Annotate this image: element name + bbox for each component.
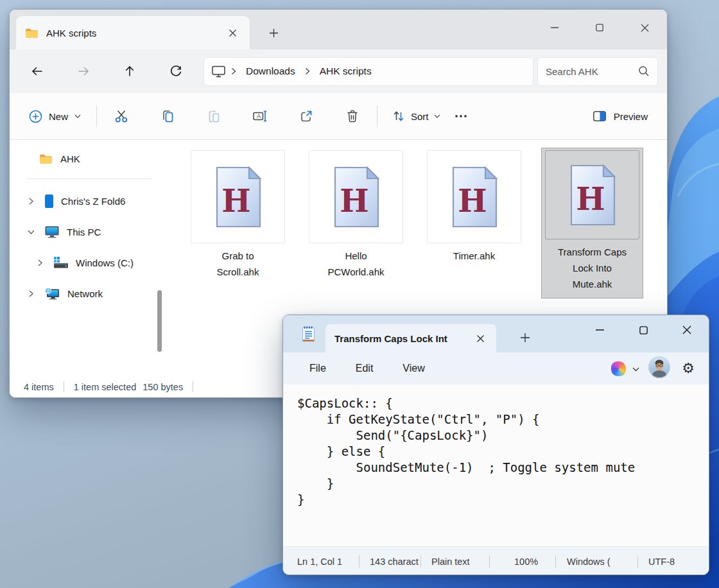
chevron-right-icon [231,67,236,75]
notepad-title-bar: Transform Caps Lock Int [283,315,709,352]
sidebar-item-this-pc[interactable]: This PC [10,216,165,247]
notepad-status-bar: Ln 1, Col 1 143 charact Plain text 100% … [283,546,709,575]
sidebar-item-network[interactable]: Network [10,278,165,309]
see-more-icon[interactable] [447,102,475,130]
explorer-sidebar: AHK Chris's Z Fold6 This PC [10,140,165,375]
code-line: } [297,476,704,492]
menu-bar-right: ⚙ [611,356,695,381]
status-divider [193,381,193,392]
item-count: 4 items [24,382,54,392]
file-name: Transform Caps Lock Into Mute.ahk [557,244,628,292]
back-icon[interactable] [19,57,56,85]
breadcrumb-item-downloads[interactable]: Downloads [242,64,299,79]
chevron-right-icon [305,67,310,75]
notepad-menu-bar: File Edit View ⚙ [283,352,709,385]
copy-icon[interactable] [151,102,184,130]
cut-icon[interactable] [105,102,138,130]
chevron-right-icon[interactable] [26,290,35,297]
search-input[interactable] [546,66,638,77]
minimize-button[interactable] [532,10,577,46]
folder-icon [39,153,52,164]
menu-edit[interactable]: Edit [346,358,383,379]
user-avatar[interactable] [648,356,670,381]
plus-circle-icon [29,110,42,123]
delete-icon[interactable] [336,102,369,130]
refresh-icon[interactable] [157,57,195,85]
sidebar-item-ahk[interactable]: AHK [10,148,165,169]
sidebar-scrollbar[interactable] [157,290,162,352]
maximize-button[interactable] [621,315,665,345]
file-icon-box: H [427,150,521,243]
file-tile-timer[interactable]: H Timer.ahk [427,150,521,264]
search-icon [638,65,650,77]
sidebar-item-windows-c[interactable]: Windows (C:) [10,247,165,278]
document-format: Plain text [421,557,489,567]
notepad-app-icon [300,325,317,345]
rename-icon[interactable]: A [243,102,277,130]
monitor-icon [45,226,59,238]
svg-text:H: H [576,181,605,217]
paste-icon[interactable] [197,102,230,130]
chevron-down-icon[interactable] [632,363,639,374]
new-button-label: New [49,111,68,122]
minimize-button[interactable] [578,315,621,345]
ahk-file-icon: H [213,166,263,228]
toolbar-divider [377,105,377,127]
sort-button-label: Sort [411,111,429,122]
preview-button-label: Preview [614,111,648,122]
sidebar-item-label: This PC [67,227,101,238]
file-tile-grab-to-scroll[interactable]: H Grab to Scroll.ahk [191,150,285,280]
sidebar-item-phone[interactable]: Chris's Z Fold6 [10,186,165,216]
notepad-window-controls [578,315,709,345]
copilot-icon[interactable] [611,361,626,376]
chevron-right-icon[interactable] [26,198,35,205]
new-button[interactable]: New [21,105,89,128]
close-button[interactable] [665,315,709,345]
network-icon [45,288,60,300]
preview-button[interactable]: Preview [584,104,655,128]
chevron-down-icon[interactable] [26,230,35,234]
code-line: Send("{CapsLock}") [297,428,704,444]
sidebar-item-label: Network [67,288,103,299]
sidebar-divider [26,178,151,179]
tab-close-icon[interactable] [224,24,241,41]
file-tile-transform-caps-lock[interactable]: H Transform Caps Lock Into Mute.ahk [542,148,643,298]
folder-icon [25,28,38,39]
notepad-tab[interactable]: Transform Caps Lock Int [325,324,496,352]
new-tab-button[interactable] [264,23,283,42]
code-line: if GetKeyState("Ctrl", "P") { [297,411,704,428]
line-ending: Windows ( [556,557,637,567]
sort-button[interactable]: Sort [385,104,447,128]
ahk-file-icon: H [331,166,381,228]
close-button[interactable] [622,10,667,46]
breadcrumb: Downloads AHK scripts [204,57,533,86]
file-name: Hello PCWorld.ahk [320,248,392,280]
share-icon[interactable] [290,102,323,130]
status-divider [64,381,64,392]
this-pc-monitor-icon[interactable] [212,65,225,78]
search-box [537,57,658,86]
tab-close-icon[interactable] [472,331,489,347]
character-count: 143 charact [360,557,420,567]
forward-icon[interactable] [65,57,102,85]
explorer-tab[interactable]: AHK scripts [16,16,250,49]
maximize-button[interactable] [577,10,622,46]
sidebar-item-label: Chris's Z Fold6 [61,196,125,207]
notepad-editor[interactable]: $CapsLock:: { if GetKeyState("Ctrl", "P"… [283,385,709,546]
svg-text:H: H [340,183,368,219]
code-line: SoundSetMute(-1) ; Toggle system mute [297,460,704,476]
file-icon-box: H [545,150,639,239]
menu-view[interactable]: View [393,358,434,379]
notepad-window: Transform Caps Lock Int File Edit View [282,315,709,575]
notepad-tab-title: Transform Caps Lock Int [334,333,447,344]
explorer-tab-strip: AHK scripts [10,10,667,49]
up-icon[interactable] [111,57,148,85]
settings-gear-icon[interactable]: ⚙ [682,361,695,376]
svg-text:H: H [458,183,487,219]
new-tab-button[interactable] [515,328,535,347]
chevron-right-icon[interactable] [35,259,44,266]
file-tile-hello-pcworld[interactable]: H Hello PCWorld.ahk [309,150,403,280]
breadcrumb-item-ahk-scripts[interactable]: AHK scripts [316,64,376,79]
ahk-file-icon: H [567,164,618,226]
menu-file[interactable]: File [300,358,336,379]
